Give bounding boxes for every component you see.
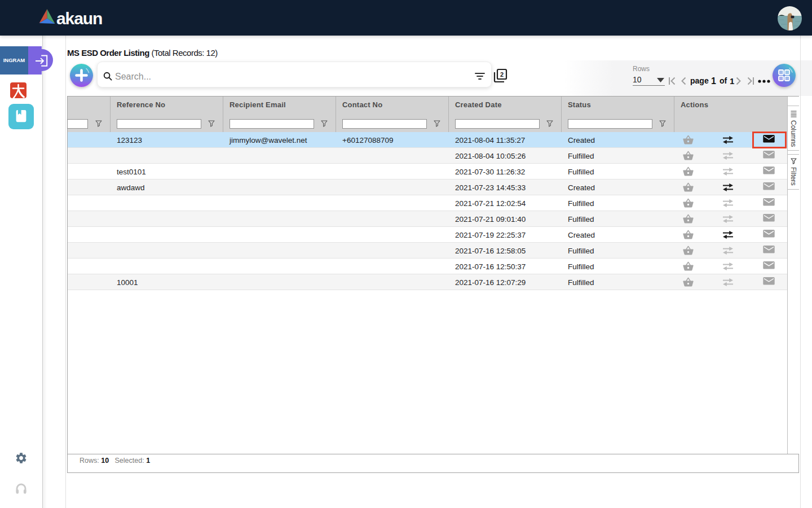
- svg-text:2: 2: [500, 71, 504, 78]
